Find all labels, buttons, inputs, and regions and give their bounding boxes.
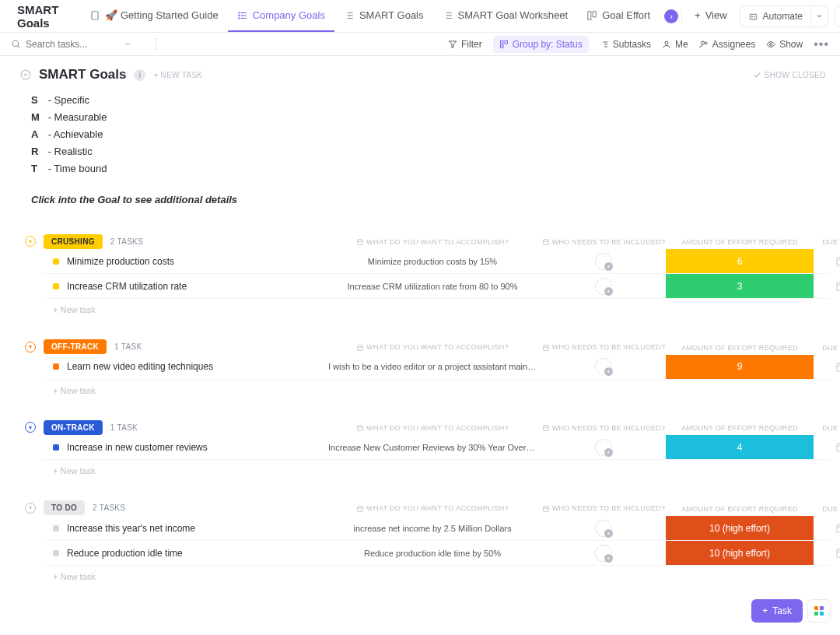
col-due: DUE DATE [814,344,840,352]
effort-cell[interactable]: 9 [666,355,814,379]
task-name[interactable]: Increase CRM utilization rate [44,281,324,292]
new-task-row[interactable]: + New task [25,299,831,314]
svg-point-4 [238,12,239,12]
task-row[interactable]: Increase in new customer reviews Increas… [44,435,831,460]
status-square[interactable] [53,258,59,265]
group-toggle[interactable]: ▾ [25,422,36,433]
svg-rect-41 [836,258,840,265]
effort-cell[interactable]: 10 (high effort) [666,541,814,565]
group-toggle[interactable]: ▾ [25,503,36,514]
due-date-cell[interactable] [814,280,840,292]
create-task-label: Task [772,605,792,616]
due-date-cell[interactable] [814,361,840,373]
tab-worksheet[interactable]: SMART Goal Worksheet [433,0,578,32]
assignee-cell [541,358,666,375]
task-name[interactable]: Learn new video editing techniques [44,361,324,372]
status-square[interactable] [53,525,59,532]
task-row[interactable]: Learn new video editing techniques I wis… [44,355,831,380]
add-assignee-button[interactable] [595,278,612,295]
svg-rect-73 [836,549,840,557]
task-title: Minimize production costs [67,256,174,267]
add-assignee-button[interactable] [595,545,612,562]
more-views-button[interactable]: › [664,9,678,23]
automate-button[interactable]: Automate [740,5,811,27]
desc-letter: T [31,160,45,177]
add-view-button[interactable]: + View [685,0,737,32]
add-assignee-button[interactable] [595,520,612,537]
subtasks-label: Subtasks [613,39,651,50]
tab-getting-started[interactable]: 🚀 Getting Started Guide [80,0,227,32]
show-button[interactable]: Show [766,39,803,50]
group-toggle[interactable]: ▾ [25,342,36,353]
task-row[interactable]: Increase CRM utilization rate Increase C… [44,274,831,299]
assignees-button[interactable]: Assignees [699,39,755,50]
me-button[interactable]: Me [662,39,688,50]
task-name[interactable]: Reduce production idle time [44,548,324,559]
due-date-cell[interactable] [814,522,840,534]
task-name[interactable]: Minimize production costs [44,256,324,267]
task-row[interactable]: Reduce production idle time Reduce produ… [44,541,831,566]
apps-button[interactable] [807,599,831,623]
more-button[interactable]: ••• [814,37,829,51]
task-accomplish: increase net income by 2.5 Million Dolla… [324,524,541,533]
new-task-row[interactable]: + New task [25,566,831,581]
info-icon[interactable]: i [134,69,145,81]
task-accomplish: Increase New Customer Reviews by 30% Yea… [324,443,541,452]
effort-cell[interactable]: 6 [666,249,814,273]
search-input[interactable] [26,39,119,50]
effort-cell[interactable]: 3 [666,274,814,298]
status-square[interactable] [53,363,59,370]
share-button[interactable]: Share [835,5,840,27]
subtasks-button[interactable]: Subtasks [600,39,651,50]
automate-dropdown[interactable] [811,5,828,27]
chevron-down-icon[interactable] [20,69,31,80]
add-assignee-button[interactable] [595,358,612,375]
page-title: SMART Goals [17,3,58,30]
col-effort: AMOUNT OF EFFORT REQUIRED [666,424,814,432]
tab-company-goals[interactable]: Company Goals [228,0,334,32]
tab-label: SMART Goal Worksheet [458,9,569,21]
tab-goal-effort[interactable]: Goal Effort [577,0,660,32]
create-task-button[interactable]: + Task [751,599,803,623]
new-task-row[interactable]: + New task [25,380,831,395]
due-date-cell[interactable] [814,547,840,559]
col-accomplish: WHAT DO YOU WANT TO ACCOMPLISH? [324,424,541,433]
add-assignee-button[interactable] [595,439,612,456]
effort-cell[interactable]: 4 [666,435,814,459]
svg-point-16 [751,16,752,17]
group-toggle[interactable]: ▾ [25,236,36,247]
effort-cell[interactable]: 10 (high effort) [666,516,814,540]
status-pill[interactable]: TO DO [44,500,85,515]
task-name[interactable]: Increase this year's net income [44,523,324,534]
svg-rect-59 [543,426,548,431]
task-row[interactable]: Minimize production costs Minimize produ… [44,249,831,274]
show-closed-button[interactable]: SHOW CLOSED [753,71,826,79]
status-pill[interactable]: CRUSHING [44,234,103,249]
col-effort: AMOUNT OF EFFORT REQUIRED [666,344,814,352]
status-square[interactable] [53,444,59,451]
status-square[interactable] [53,283,59,289]
due-date-cell[interactable] [814,255,840,267]
add-assignee-button[interactable] [595,253,612,270]
svg-rect-14 [593,11,596,16]
col-accomplish: WHAT DO YOU WANT TO ACCOMPLISH? [324,504,541,513]
svg-rect-49 [358,345,363,350]
desc-letter: R [31,143,45,160]
tab-smart-goals[interactable]: SMART Goals [334,0,433,32]
col-due: DUE DATE [814,424,840,432]
status-pill[interactable]: OFF-TRACK [44,339,107,354]
task-accomplish: Minimize production costs by 15% [324,257,541,266]
desc-text: - Specific [48,94,89,106]
group-by-button[interactable]: Group by: Status [493,36,589,53]
due-date-cell[interactable] [814,441,840,453]
col-due: DUE DATE [814,505,840,513]
status-pill[interactable]: ON-TRACK [44,420,103,435]
task-row[interactable]: Increase this year's net income increase… [44,516,831,541]
status-square[interactable] [53,550,59,556]
new-task-button[interactable]: + NEW TASK [153,71,202,79]
new-task-row[interactable]: + New task [25,460,831,475]
chevron-down-icon[interactable] [124,40,132,48]
svg-point-32 [665,41,668,44]
task-name[interactable]: Increase in new customer reviews [44,442,324,453]
filter-button[interactable]: Filter [448,39,482,50]
